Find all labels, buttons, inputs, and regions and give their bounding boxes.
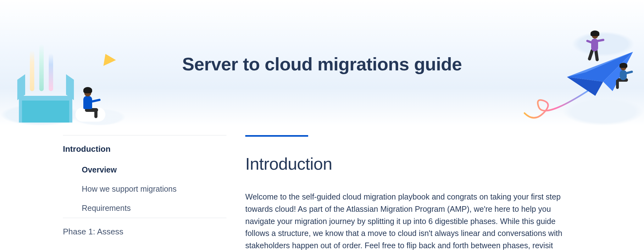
person-sitting-illustration xyxy=(614,64,636,93)
article-content: Introduction Welcome to the self-guided … xyxy=(245,135,581,252)
person-pointing-illustration xyxy=(79,85,101,120)
content-intro-paragraph: Welcome to the self-guided cloud migrati… xyxy=(245,191,581,252)
sidebar-section-phase-1-assess[interactable]: Phase 1: Assess xyxy=(63,218,226,245)
hero-illustration-right xyxy=(506,13,644,126)
main-content-area: Introduction Overview How we support mig… xyxy=(0,126,644,252)
open-box-icon xyxy=(19,79,72,123)
sidebar-item-how-we-support[interactable]: How we support migrations xyxy=(63,179,226,199)
person-surfing-illustration xyxy=(584,30,606,64)
hero-illustration-left xyxy=(0,44,119,126)
accent-bar xyxy=(245,135,308,137)
content-heading: Introduction xyxy=(245,154,581,173)
sidebar-nav: Introduction Overview How we support mig… xyxy=(63,135,226,252)
paper-plane-icon xyxy=(99,51,116,66)
sidebar-section-introduction[interactable]: Introduction xyxy=(63,135,226,160)
hero-banner: Server to cloud migrations guide xyxy=(0,0,644,126)
sidebar-item-requirements[interactable]: Requirements xyxy=(63,199,226,218)
page-title: Server to cloud migrations guide xyxy=(182,53,462,74)
sidebar-item-overview[interactable]: Overview xyxy=(63,160,226,179)
